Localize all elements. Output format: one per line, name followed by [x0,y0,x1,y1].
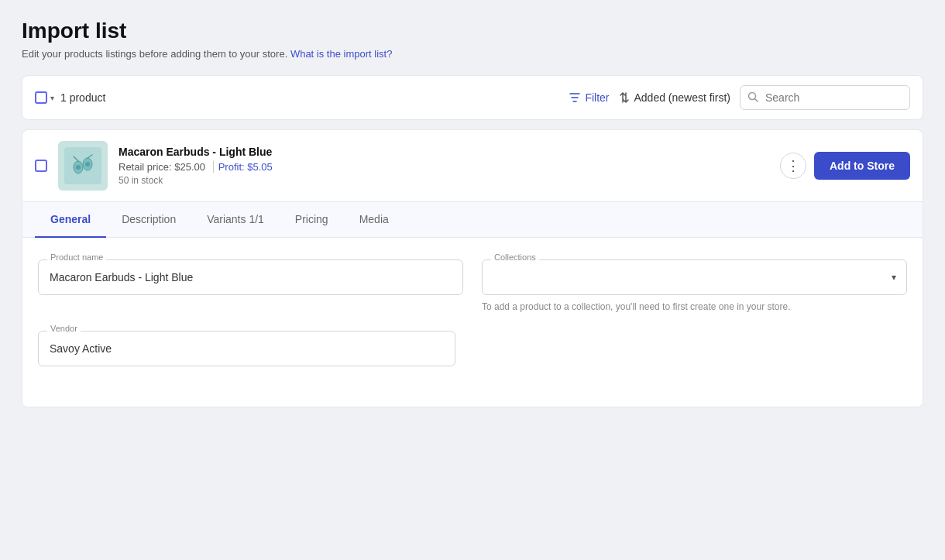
sort-icon [619,92,630,103]
page-subtitle: Edit your products listings before addin… [22,48,923,60]
vendor-group: Vendor [38,331,455,366]
product-checkbox[interactable] [35,160,47,172]
product-name-input[interactable] [38,259,463,295]
add-to-store-button[interactable]: Add to Store [814,152,910,180]
product-card: Macaron Earbuds - Light Blue Retail pric… [22,129,923,407]
more-icon: ⋮ [786,157,800,174]
tabs-bar: General Description Variants 1/1 Pricing… [22,202,923,238]
tab-pricing[interactable]: Pricing [280,202,344,238]
select-all-checkbox[interactable] [35,91,47,104]
svg-line-1 [755,98,758,101]
product-header: Macaron Earbuds - Light Blue Retail pric… [22,130,923,202]
toolbar: ▾ 1 product Filter Added (newest first) [22,75,923,120]
search-icon [747,91,758,105]
svg-point-7 [76,165,81,170]
import-list-link[interactable]: What is the import list? [290,48,393,60]
vendor-label: Vendor [47,324,81,333]
form-row-1: Product name Collections ▾ To add a prod… [38,259,907,312]
form-row-2: Vendor [38,331,907,366]
tab-media[interactable]: Media [344,202,404,238]
page-title: Import list [22,19,923,43]
select-all-chevron[interactable]: ▾ [50,94,54,102]
product-name: Macaron Earbuds - Light Blue [119,146,769,158]
product-name-group: Product name [38,259,463,312]
search-input[interactable] [740,85,910,110]
collections-label: Collections [491,253,539,262]
search-wrap [740,85,910,110]
tab-general[interactable]: General [35,202,106,238]
tab-variants[interactable]: Variants 1/1 [191,202,280,238]
svg-point-8 [85,162,90,167]
collections-select-wrap: ▾ [482,259,907,295]
product-pricing: Retail price: $25.00 Profit: $5.05 [119,161,769,173]
sort-button[interactable]: Added (newest first) [619,91,731,104]
product-actions: ⋮ Add to Store [780,152,910,180]
product-image [58,141,108,191]
product-name-label: Product name [47,253,106,262]
product-info: Macaron Earbuds - Light Blue Retail pric… [119,146,769,186]
more-options-button[interactable]: ⋮ [780,153,806,179]
collections-hint: To add a product to a collection, you'll… [482,301,907,312]
filter-icon [569,92,580,103]
product-count: 1 product [60,91,105,104]
tab-content-general: Product name Collections ▾ To add a prod… [22,238,923,407]
product-stock: 50 in stock [119,175,769,186]
collections-group: Collections ▾ To add a product to a coll… [482,259,907,312]
filter-button[interactable]: Filter [569,91,609,104]
vendor-input[interactable] [38,331,455,366]
collections-select[interactable] [482,259,907,295]
select-all-wrap[interactable]: ▾ [35,91,54,104]
tab-description[interactable]: Description [106,202,191,238]
